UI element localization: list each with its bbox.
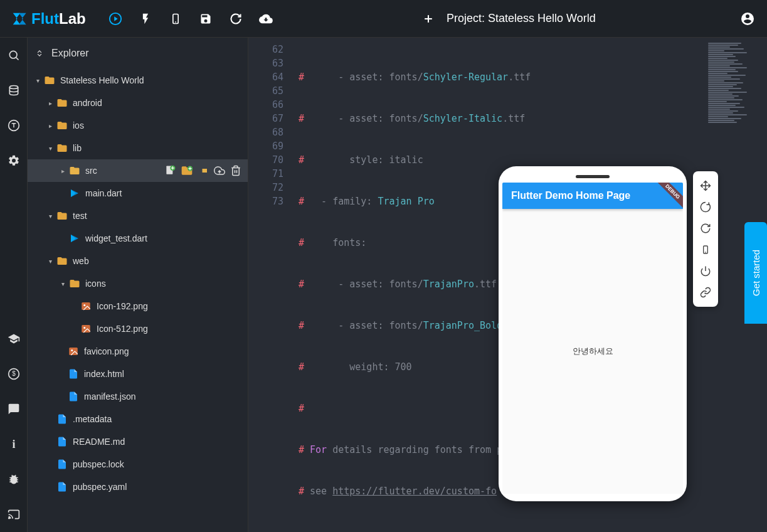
line-number: 69 <box>248 139 283 153</box>
brand-logo[interactable]: FlutLab <box>10 10 86 28</box>
tree-folder-src[interactable]: ▸src <box>28 159 248 182</box>
svg-point-20 <box>71 349 73 351</box>
new-folder-action[interactable] <box>180 164 194 178</box>
tree-label: pubspec.yaml <box>73 482 127 492</box>
device-screen[interactable]: Flutter Demo Home Page DEBUG 안녕하세요 <box>502 183 683 494</box>
line-number: 63 <box>248 56 283 70</box>
folder-icon <box>55 120 69 131</box>
line-number: 68 <box>248 125 283 139</box>
tree-file-pubspec-yaml[interactable]: pubspec.yaml <box>28 476 248 498</box>
tree-file-icon512[interactable]: Icon-512.png <box>28 317 248 340</box>
get-started-tab[interactable]: Get started <box>744 222 767 324</box>
add-button[interactable] <box>418 8 439 29</box>
tree-label: lib <box>73 143 82 153</box>
row-actions <box>164 164 248 178</box>
line-number: 65 <box>248 84 283 98</box>
rotate-icon[interactable] <box>693 196 718 218</box>
svg-point-7 <box>9 86 18 89</box>
refresh-button[interactable] <box>221 4 250 33</box>
image-file-icon <box>79 301 93 312</box>
tree-label: Stateless Hello World <box>60 75 144 85</box>
tree-file-widget-test[interactable]: widget_test.dart <box>28 227 248 250</box>
tree-folder-android[interactable]: ▸android <box>28 92 248 114</box>
svg-rect-19 <box>69 348 78 355</box>
chevron-down-icon[interactable]: ▾ <box>45 213 55 220</box>
tree-file-readme[interactable]: README.md <box>28 430 248 453</box>
tree-file-metadata[interactable]: .metadata <box>28 408 248 430</box>
folder-icon <box>55 255 69 267</box>
chevron-right-icon[interactable]: ▸ <box>58 168 68 174</box>
project-title[interactable]: Project: Stateless Hello World <box>447 12 596 25</box>
tree-file-favicon[interactable]: favicon.png <box>28 340 248 363</box>
svg-point-11 <box>9 518 10 519</box>
folder-icon <box>55 142 69 154</box>
tree-label: README.md <box>73 437 125 447</box>
save-button[interactable] <box>191 4 220 33</box>
svg-rect-17 <box>82 325 90 332</box>
folder-icon <box>68 278 82 289</box>
power-icon[interactable] <box>693 260 718 282</box>
device-frame-icon[interactable] <box>693 239 718 260</box>
image-file-icon <box>66 346 80 357</box>
tree-label: Icon-512.png <box>97 324 148 334</box>
rename-action[interactable] <box>196 164 210 178</box>
delete-action[interactable] <box>229 164 243 178</box>
search-rail-button[interactable] <box>0 38 28 73</box>
run-button[interactable] <box>101 4 130 33</box>
line-gutter: 62 63 64 65 66 67 68 69 70 71 72 73 <box>248 38 294 532</box>
chevron-down-icon[interactable]: ▾ <box>45 258 55 265</box>
bug-rail-button[interactable] <box>0 462 28 497</box>
tree-label: ios <box>73 120 84 130</box>
text-rail-button[interactable] <box>0 108 28 143</box>
minimap[interactable] <box>708 43 763 181</box>
chat-rail-button[interactable] <box>0 391 28 427</box>
chevron-right-icon[interactable]: ▸ <box>45 122 55 129</box>
tree-file-manifest[interactable]: manifest.json <box>28 385 248 408</box>
reload-icon[interactable] <box>693 218 718 239</box>
device-notch <box>576 175 610 178</box>
doc-file-icon <box>55 413 69 425</box>
bolt-button[interactable] <box>131 4 160 33</box>
link-icon[interactable] <box>693 282 718 303</box>
device-button[interactable] <box>161 4 190 33</box>
tree-file-index-html[interactable]: index.html <box>28 363 248 385</box>
line-number: 66 <box>248 98 283 112</box>
tree-folder-lib[interactable]: ▾lib <box>28 137 248 159</box>
education-rail-button[interactable] <box>0 321 28 356</box>
activity-bar: $ i <box>0 38 28 532</box>
info-rail-button[interactable]: i <box>0 427 28 462</box>
chevron-down-icon[interactable]: ▾ <box>58 280 68 287</box>
tree-label: pubspec.lock <box>73 459 124 469</box>
new-file-action[interactable] <box>164 164 177 178</box>
money-rail-button[interactable]: $ <box>0 356 28 391</box>
upload-action[interactable] <box>213 164 226 178</box>
tree-folder-icons[interactable]: ▾icons <box>28 272 248 295</box>
tree-root[interactable]: ▾Stateless Hello World <box>28 69 248 92</box>
tree-file-icon192[interactable]: Icon-192.png <box>28 295 248 317</box>
app-bar: Flutter Demo Home Page DEBUG <box>502 183 683 209</box>
line-number: 70 <box>248 153 283 167</box>
explorer-title: Explorer <box>51 48 89 59</box>
settings-rail-button[interactable] <box>0 143 28 178</box>
image-file-icon <box>79 323 93 334</box>
cloud-download-button[interactable] <box>251 4 280 33</box>
unfold-icon[interactable] <box>35 49 44 58</box>
chevron-down-icon[interactable]: ▾ <box>45 145 55 152</box>
tree-label: index.html <box>84 369 124 379</box>
tree-folder-web[interactable]: ▾web <box>28 250 248 272</box>
chevron-down-icon[interactable]: ▾ <box>33 77 43 84</box>
account-button[interactable] <box>733 4 762 33</box>
cast-rail-button[interactable] <box>0 497 28 532</box>
svg-point-16 <box>83 304 85 306</box>
tree-folder-ios[interactable]: ▸ios <box>28 114 248 137</box>
tree-file-pubspec-lock[interactable]: pubspec.lock <box>28 453 248 476</box>
tree-file-main-dart[interactable]: main.dart <box>28 182 248 205</box>
database-rail-button[interactable] <box>0 73 28 108</box>
doc-file-icon <box>55 459 69 470</box>
move-drag-icon[interactable] <box>693 175 718 196</box>
tree-folder-test[interactable]: ▾test <box>28 205 248 227</box>
explorer-panel: Explorer ▾Stateless Hello World ▸android… <box>28 38 248 532</box>
svg-rect-15 <box>82 302 90 310</box>
brand-text: FlutLab <box>31 10 86 28</box>
chevron-right-icon[interactable]: ▸ <box>45 100 55 107</box>
